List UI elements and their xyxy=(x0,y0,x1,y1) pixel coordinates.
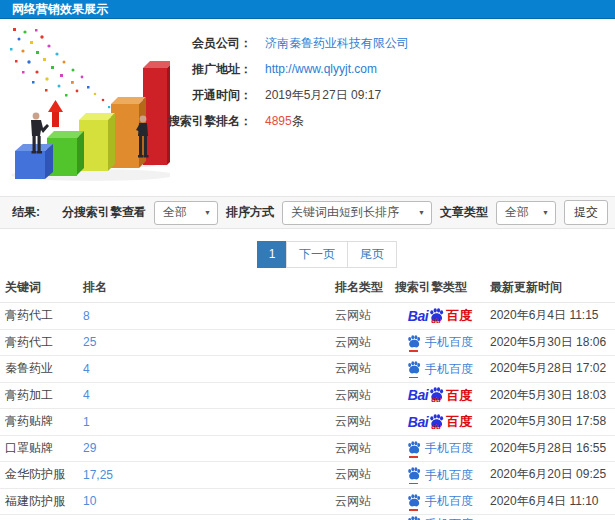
engine-rank-count: 4895 xyxy=(265,114,292,128)
baidu-logo-cn: 百度 xyxy=(446,415,472,428)
rank-link[interactable]: 25 xyxy=(83,335,96,349)
keyword-cell: 膏药代工 xyxy=(0,334,83,351)
rank-link[interactable]: 1 xyxy=(83,415,90,429)
col-rank: 排名 xyxy=(83,279,335,296)
updated-cell: 2020年5月30日 18:06 xyxy=(485,334,615,351)
page-1-button[interactable]: 1 xyxy=(257,241,287,268)
result-label: 结果: xyxy=(12,204,40,221)
mobile-baidu-underline xyxy=(409,456,418,458)
results-table: 关键词 排名 排名类型 搜索引擎类型 最新更新时间 膏药代工8云网站 Bai d… xyxy=(0,272,615,520)
baidu-logo-bai: Bai xyxy=(408,388,428,402)
rank-cell: 29 xyxy=(83,441,335,455)
rank-cell: 8 xyxy=(83,309,335,323)
baidu-paw-icon xyxy=(407,361,421,374)
rank-cell: 4 xyxy=(83,388,335,402)
mobile-baidu-label: 手机百度 xyxy=(425,469,473,481)
rank-cell: 17,25 xyxy=(83,468,335,482)
engine-cell: 手机百度 xyxy=(395,335,485,350)
info-row-engine-rank: 搜索引擎排名： 4895条 xyxy=(158,108,409,134)
promo-url-link[interactable]: http://www.qlyyjt.com xyxy=(265,62,377,76)
mobile-baidu-label: 手机百度 xyxy=(425,336,473,348)
open-time-label: 开通时间： xyxy=(158,87,252,104)
updated-cell: 2020年5月30日 18:03 xyxy=(485,387,615,404)
info-row-url: 推广地址： http://www.qlyyjt.com xyxy=(158,56,409,82)
rank-cell: 1 xyxy=(83,415,335,429)
baidu-logo[interactable]: Bai du 百度 xyxy=(408,414,472,430)
table-row: 膏药加工4云网站 Bai du 百度 2020年5月30日 18:03 xyxy=(0,383,615,410)
filter-controls: 分搜索引擎查看 全部 ▼ 排序方式 关键词由短到长排序 ▼ 文章类型 全部 ▼ … xyxy=(62,200,608,225)
rank-type-cell: 云网站 xyxy=(335,466,395,483)
engine-rank-label: 搜索引擎排名： xyxy=(158,113,252,130)
rank-link[interactable]: 17,25 xyxy=(83,468,113,482)
rank-type-cell: 云网站 xyxy=(335,387,395,404)
rank-type-cell: 云网站 xyxy=(335,493,395,510)
rank-link[interactable]: 29 xyxy=(83,441,96,455)
mobile-baidu-logo[interactable]: 手机百度 xyxy=(407,494,473,509)
sort-selected: 关键词由短到长排序 xyxy=(291,204,399,221)
table-row: 金华防护服17,25云网站 手机百度 2020年6月20日 09:25 xyxy=(0,462,615,489)
engine-view-label: 分搜索引擎查看 xyxy=(62,204,146,221)
info-row-open-time: 开通时间： 2019年5月27日 09:17 xyxy=(158,82,409,108)
mobile-baidu-label: 手机百度 xyxy=(425,495,473,507)
company-label: 会员公司： xyxy=(158,35,252,52)
engine-view-select[interactable]: 全部 ▼ xyxy=(154,201,218,225)
baidu-paw-icon xyxy=(407,516,421,520)
rank-type-cell: 云网站 xyxy=(335,413,395,430)
engine-cell: 手机百度 xyxy=(395,515,485,520)
table-row: 膏药贴牌1云网站 Bai du 百度 2020年5月30日 17:58 xyxy=(0,409,615,436)
member-info-panel: 会员公司： 济南秦鲁药业科技有限公司 推广地址： http://www.qlyy… xyxy=(158,30,409,134)
mobile-baidu-underline xyxy=(409,350,418,352)
rank-link[interactable]: 10 xyxy=(83,494,96,508)
updated-cell: 2020年5月30日 17:58 xyxy=(485,413,615,430)
engine-view-selected: 全部 xyxy=(163,204,187,221)
rank-type-cell: 云网站 xyxy=(335,334,395,351)
chevron-down-icon: ▼ xyxy=(418,209,425,216)
col-keyword: 关键词 xyxy=(0,279,83,296)
rank-type-cell: 云网站 xyxy=(335,307,395,324)
rank-link[interactable]: 4 xyxy=(83,388,90,402)
baidu-paw-icon xyxy=(407,494,421,507)
col-rank-type: 排名类型 xyxy=(335,279,395,296)
engine-cell: 手机百度 xyxy=(395,361,485,376)
col-updated: 最新更新时间 xyxy=(485,279,615,296)
open-time-value: 2019年5月27日 09:17 xyxy=(265,87,381,104)
rank-link[interactable]: 4 xyxy=(83,362,90,376)
rank-cell: 10 xyxy=(83,494,335,508)
rank-cell: 25 xyxy=(83,335,335,349)
mobile-baidu-logo[interactable]: 手机百度 xyxy=(407,467,473,482)
updated-cell: 2020年5月28日 16:55 xyxy=(485,440,615,457)
growth-chart-illustration xyxy=(5,24,170,184)
mobile-baidu-logo[interactable]: 手机百度 xyxy=(407,361,473,376)
updated-cell: 2020年6月4日 11:15 xyxy=(485,307,615,324)
mobile-baidu-logo[interactable]: 手机百度 xyxy=(407,335,473,350)
article-type-select[interactable]: 全部 ▼ xyxy=(496,201,556,225)
table-row: 膏药代工25云网站 手机百度 2020年5月30日 18:06 xyxy=(0,330,615,357)
rank-link[interactable]: 8 xyxy=(83,309,90,323)
keyword-cell: 膏药代工 xyxy=(0,307,83,324)
promo-url-label: 推广地址： xyxy=(158,61,252,78)
last-page-button[interactable]: 尾页 xyxy=(347,241,397,268)
table-header-row: 关键词 排名 排名类型 搜索引擎类型 最新更新时间 xyxy=(0,272,615,303)
rank-type-cell: 云网站 xyxy=(335,360,395,377)
mobile-baidu-underline xyxy=(409,509,418,511)
up-arrow-icon xyxy=(48,100,63,127)
rank-cell: 4 xyxy=(83,362,335,376)
table-row: 秦鲁药业4云网站 手机百度 2020年5月28日 17:02 xyxy=(0,356,615,383)
keyword-cell: 金华防护服 xyxy=(0,466,83,483)
baidu-paw-icon xyxy=(407,335,421,348)
table-body: 膏药代工8云网站 Bai du 百度 2020年6月4日 11:15膏药代工25… xyxy=(0,303,615,520)
mobile-baidu-logo[interactable]: 手机百度 xyxy=(407,441,473,456)
confetti-dots xyxy=(10,28,110,108)
submit-button[interactable]: 提交 xyxy=(564,200,608,225)
mobile-baidu-logo[interactable]: 手机百度 xyxy=(407,516,473,520)
baidu-logo-bai: Bai xyxy=(408,415,428,429)
baidu-logo[interactable]: Bai du 百度 xyxy=(408,308,472,324)
next-page-button[interactable]: 下一页 xyxy=(286,241,348,268)
company-link[interactable]: 济南秦鲁药业科技有限公司 xyxy=(265,35,409,52)
chevron-down-icon: ▼ xyxy=(204,209,211,216)
baidu-paw-icon xyxy=(407,441,421,454)
mobile-baidu-label: 手机百度 xyxy=(425,442,473,454)
info-row-company: 会员公司： 济南秦鲁药业科技有限公司 xyxy=(158,30,409,56)
sort-select[interactable]: 关键词由短到长排序 ▼ xyxy=(282,201,432,225)
baidu-logo[interactable]: Bai du 百度 xyxy=(408,387,472,403)
